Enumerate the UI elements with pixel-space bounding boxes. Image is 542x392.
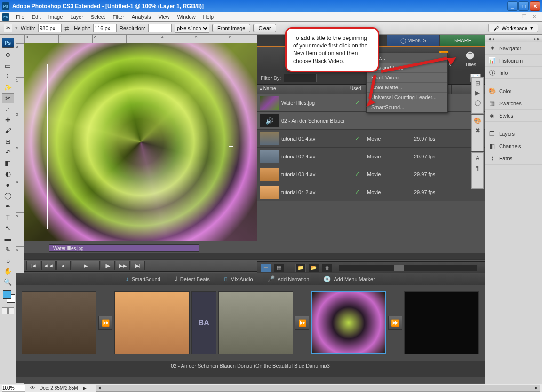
zoom-input[interactable] [2, 385, 25, 392]
history-brush-tool[interactable]: ↶ [2, 147, 14, 157]
menu-edit[interactable]: Edit [28, 13, 45, 21]
horizontal-scrollbar[interactable] [96, 385, 540, 392]
info-panel[interactable]: ⓘInfo [485, 67, 542, 79]
app-menu-icon[interactable]: Ps [2, 13, 9, 21]
path-tool[interactable]: ↖ [2, 223, 14, 233]
swap-icon[interactable]: ⇄ [64, 25, 71, 31]
height-input[interactable] [93, 24, 117, 32]
folder-icon[interactable]: 📁 [295, 264, 306, 272]
front-image-button[interactable]: Front Image [212, 24, 250, 32]
storyboard-scrollbar[interactable] [16, 370, 485, 377]
media-row[interactable]: tutorial 01 4.avi✓Movie29.97 fps [257, 130, 485, 148]
detect-beats-button[interactable]: ♩Detect Beats [175, 275, 210, 282]
hand-tool[interactable]: ✋ [2, 266, 14, 276]
doc-close[interactable]: ✕ [530, 14, 538, 20]
media-row[interactable]: tutorial 02 4.aviMovie29.97 fps [257, 148, 485, 165]
media-row[interactable]: tutorial 03 4.avi✓Movie29.97 fps [257, 165, 485, 183]
step-fwd[interactable]: |▶ [101, 261, 115, 270]
mix-audio-button[interactable]: ⎍Mix Audio [224, 275, 253, 282]
swatches-panel[interactable]: ▦Swatches [485, 97, 542, 110]
transition[interactable]: ⏩ [295, 316, 309, 330]
quickmask-mode[interactable] [8, 307, 14, 314]
menu-filter[interactable]: Filter [109, 13, 128, 21]
paths-panel[interactable]: ⌇Paths [485, 152, 542, 165]
move-tool[interactable]: ✥ [2, 50, 14, 60]
maximize-button[interactable]: □ [518, 1, 529, 11]
crop-tool[interactable]: ✂ [2, 93, 14, 103]
media-row[interactable]: 🔊02 - An der Schönen Blauer [257, 112, 485, 130]
eraser-tool[interactable]: ◧ [2, 158, 14, 168]
workspace-dropdown[interactable]: 🖌 Workspace ▾ [488, 24, 538, 32]
marquee-tool[interactable]: ▭ [2, 61, 14, 71]
type-tool[interactable]: T [2, 212, 14, 222]
add-narration-button[interactable]: 🎤Add Narration [267, 275, 310, 282]
timeline-clip[interactable]: Water lilies.jpg [49, 244, 199, 252]
dock-tab-3[interactable]: A¶ [471, 152, 484, 189]
clip-selected[interactable] [311, 291, 386, 354]
clear-button[interactable]: Clear [253, 24, 276, 32]
transition[interactable]: ⏩ [98, 316, 112, 330]
menu-analysis[interactable]: Analysis [128, 13, 155, 21]
close-button[interactable]: ✕ [530, 1, 540, 11]
step-back[interactable]: ◄| [56, 261, 71, 270]
channels-panel[interactable]: ◧Channels [485, 140, 542, 152]
minimize-button[interactable]: _ [507, 1, 518, 11]
shape-tool[interactable]: ▬ [2, 234, 14, 244]
dodge-tool[interactable]: ◯ [2, 190, 14, 201]
color-panel[interactable]: 🎨Color [485, 85, 542, 97]
menu-layer[interactable]: Layer [66, 13, 87, 21]
goto-start[interactable]: |◄ [26, 261, 40, 270]
trash-icon[interactable]: 🗑 [322, 264, 332, 272]
eyedropper-tool[interactable]: ⌕ [2, 255, 14, 266]
clip[interactable] [218, 291, 293, 354]
brush-tool[interactable]: 🖌 [2, 125, 14, 136]
wand-tool[interactable]: ✨ [2, 82, 14, 93]
menu-view[interactable]: View [155, 13, 174, 21]
resolution-unit[interactable]: pixels/inch [175, 24, 209, 33]
dock-tab-1[interactable]: ⊞▶ⓘ [471, 77, 484, 114]
color-swatches[interactable] [2, 290, 14, 305]
histogram-panel[interactable]: 📊Histogram [485, 55, 542, 67]
notes-tool[interactable]: ✎ [2, 244, 14, 255]
tab-menus[interactable]: ◯ MENUS [387, 35, 439, 46]
transition[interactable]: ⏩ [388, 316, 402, 330]
gradient-tool[interactable]: ◐ [2, 169, 14, 179]
menu-window[interactable]: Window [173, 13, 199, 21]
media-scrollbar[interactable] [339, 265, 477, 271]
heal-tool[interactable]: ✚ [2, 115, 14, 125]
resolution-input[interactable] [148, 24, 172, 32]
slice-tool[interactable]: ⟋ [2, 104, 14, 114]
chevron-right-icon[interactable]: ▶ [83, 385, 87, 391]
crop-boundary[interactable] [47, 64, 231, 229]
navigator-panel[interactable]: ✦Navigator [485, 42, 542, 55]
play[interactable]: ▶ [72, 261, 100, 270]
filter-dropdown-1[interactable] [284, 74, 317, 82]
styles-panel[interactable]: ◈Styles [485, 110, 542, 122]
width-input[interactable] [38, 24, 62, 32]
blur-tool[interactable]: ● [2, 180, 14, 190]
menu-help[interactable]: Help [199, 13, 218, 21]
smartsound-button[interactable]: ♪SmartSound [126, 275, 160, 282]
clip[interactable] [22, 291, 96, 354]
col-name[interactable]: ▴ Name [257, 85, 347, 94]
layers-panel[interactable]: ❐Layers [485, 128, 542, 140]
view-list[interactable]: ☰ [261, 264, 271, 272]
rewind[interactable]: ◄◄ [41, 261, 56, 270]
add-marker-button[interactable]: 💿Add Menu Marker [323, 275, 375, 282]
fast-fwd[interactable]: ▶▶ [116, 261, 130, 270]
titles-button[interactable]: 🅣Titles [465, 51, 476, 67]
canvas-image[interactable] [24, 43, 257, 241]
doc-minimize[interactable]: — [509, 14, 518, 20]
foreground-color[interactable] [3, 290, 11, 299]
new-folder-icon[interactable]: 📂 [309, 264, 319, 272]
standard-mode[interactable] [2, 307, 8, 314]
tab-share[interactable]: SHARE [440, 35, 485, 46]
lasso-tool[interactable]: ⌇ [2, 71, 14, 82]
pen-tool[interactable]: ✒ [2, 201, 14, 212]
crop-tool-icon[interactable]: ✂ [4, 24, 12, 32]
menu-image[interactable]: Image [45, 13, 67, 21]
goto-end[interactable]: ▶| [131, 261, 145, 270]
clip[interactable] [404, 291, 479, 354]
media-row[interactable]: tutorial 04 2.avi✓Movie29.97 fps [257, 183, 485, 201]
zoom-tool[interactable]: 🔍 [2, 277, 14, 287]
